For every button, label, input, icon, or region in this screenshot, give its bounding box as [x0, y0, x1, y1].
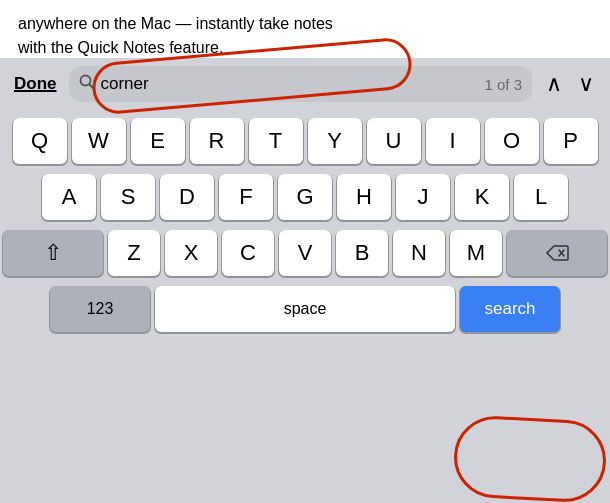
- key-backspace[interactable]: [507, 230, 607, 276]
- key-space[interactable]: space: [155, 286, 455, 332]
- key-f[interactable]: F: [219, 174, 273, 220]
- key-u[interactable]: U: [367, 118, 421, 164]
- key-j[interactable]: J: [396, 174, 450, 220]
- prev-button[interactable]: ∧: [540, 69, 568, 99]
- key-d[interactable]: D: [160, 174, 214, 220]
- key-e[interactable]: E: [131, 118, 185, 164]
- keyboard-bottom-row: 123 space search: [3, 286, 607, 332]
- next-button[interactable]: ∨: [572, 69, 600, 99]
- nav-buttons: ∧ ∨: [540, 69, 600, 99]
- content-area: anywhere on the Mac — instantly take not…: [0, 0, 610, 58]
- keyboard-row-2: A S D F G H J K L: [3, 174, 607, 220]
- key-k[interactable]: K: [455, 174, 509, 220]
- key-s[interactable]: S: [101, 174, 155, 220]
- key-q[interactable]: Q: [13, 118, 67, 164]
- key-a[interactable]: A: [42, 174, 96, 220]
- key-numbers[interactable]: 123: [50, 286, 150, 332]
- search-count: 1 of 3: [484, 76, 522, 93]
- toolbar: Done 1 of 3 ∧ ∨: [0, 58, 610, 110]
- key-p[interactable]: P: [544, 118, 598, 164]
- content-line1: anywhere on the Mac — instantly take not…: [18, 15, 333, 32]
- search-bar: 1 of 3: [69, 66, 533, 102]
- svg-line-1: [89, 85, 93, 89]
- keyboard-row-3: ⇧ Z X C V B N M: [3, 230, 607, 276]
- key-m[interactable]: M: [450, 230, 502, 276]
- key-l[interactable]: L: [514, 174, 568, 220]
- keyboard: Q W E R T Y U I O P A S D F G H J K L ⇧ …: [0, 110, 610, 340]
- key-z[interactable]: Z: [108, 230, 160, 276]
- key-v[interactable]: V: [279, 230, 331, 276]
- search-icon: [79, 74, 95, 94]
- key-r[interactable]: R: [190, 118, 244, 164]
- key-g[interactable]: G: [278, 174, 332, 220]
- search-button[interactable]: search: [460, 286, 560, 332]
- key-h[interactable]: H: [337, 174, 391, 220]
- keyboard-row-1: Q W E R T Y U I O P: [3, 118, 607, 164]
- key-w[interactable]: W: [72, 118, 126, 164]
- key-n[interactable]: N: [393, 230, 445, 276]
- key-shift[interactable]: ⇧: [3, 230, 103, 276]
- key-x[interactable]: X: [165, 230, 217, 276]
- search-input[interactable]: [101, 74, 479, 94]
- key-y[interactable]: Y: [308, 118, 362, 164]
- content-line2: with the Quick Notes feature.: [18, 39, 223, 56]
- key-t[interactable]: T: [249, 118, 303, 164]
- key-i[interactable]: I: [426, 118, 480, 164]
- key-o[interactable]: O: [485, 118, 539, 164]
- done-button[interactable]: Done: [10, 74, 61, 94]
- annotation-search-button: [452, 414, 608, 503]
- key-b[interactable]: B: [336, 230, 388, 276]
- key-c[interactable]: C: [222, 230, 274, 276]
